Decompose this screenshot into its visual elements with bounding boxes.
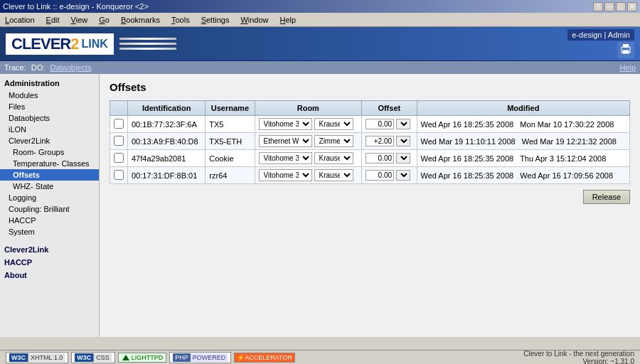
row2-checkbox-cell[interactable] <box>110 133 128 150</box>
badge-lighttpd: LIGHTTPD <box>118 353 167 363</box>
col-header-identification: Identification <box>128 101 206 116</box>
col-header-username: Username <box>206 101 255 116</box>
breadcrumb-text: Trace: DO: Dataobjects <box>4 63 92 72</box>
row2-modified: Wed Mar 19 11:10:11 2008 Wed Mar 19 12:2… <box>417 133 630 150</box>
menu-view[interactable]: View <box>69 15 90 25</box>
row3-username: Cookie <box>206 150 255 167</box>
footer-tagline: Clever to Link - the next generation <box>523 350 634 358</box>
lighttpd-icon <box>122 354 130 361</box>
row4-room1-select[interactable]: Vitohome 300 <box>259 169 312 181</box>
row4-modified: Wed Apr 16 18:25:35 2008 Wed Apr 16 17:0… <box>417 167 630 184</box>
badge-css: W3C CSS <box>71 352 115 363</box>
menu-settings[interactable]: Settings <box>199 15 232 25</box>
sidebar-item-modules[interactable]: Modules <box>0 90 99 101</box>
logo-clever2: CLEVER2 <box>11 35 79 53</box>
logo-box: CLEVER2 LINK <box>6 33 114 55</box>
menu-edit[interactable]: Edit <box>44 15 62 25</box>
row1-checkbox[interactable] <box>114 119 124 129</box>
badge-accelerator: ⚡ ACCELERATOR <box>234 353 295 363</box>
row3-checkbox[interactable] <box>114 153 124 163</box>
close-button[interactable]: ✕ <box>627 2 637 11</box>
sidebar-item-dataobjects[interactable]: Dataobjects <box>0 112 99 124</box>
row2-room1-select[interactable]: Ethernet WHZ <box>259 135 312 147</box>
sidebar-admin-header: Administration <box>0 77 99 90</box>
row3-checkbox-cell[interactable] <box>110 150 128 167</box>
row1-username: TX5 <box>206 116 255 133</box>
sidebar-item-ilon[interactable]: iLON <box>0 124 99 135</box>
menu-location[interactable]: Location <box>3 15 37 25</box>
footer-badges: W3C XHTML 1.0 W3C CSS LIGHTTPD PHP POWER… <box>6 352 295 363</box>
row2-offset-unit[interactable]: ▼ <box>396 136 410 146</box>
sidebar-item-haccp[interactable]: HACCP <box>0 215 99 226</box>
maximize-button[interactable]: □ <box>616 2 626 11</box>
row2-checkbox[interactable] <box>114 136 124 146</box>
print-icon-area[interactable] <box>617 42 634 58</box>
badge-xhtml: W3C XHTML 1.0 <box>6 352 68 363</box>
svg-rect-2 <box>623 50 629 53</box>
sidebar-item-system[interactable]: System <box>0 226 99 237</box>
logo-link: LINK <box>82 38 108 50</box>
row2-offset-input[interactable] <box>366 136 394 146</box>
menu-go[interactable]: Go <box>97 15 112 25</box>
sidebar-item-offsets[interactable]: Offsets <box>0 169 99 181</box>
minimize-button[interactable]: — <box>604 2 614 11</box>
row2-username: TX5-ETH <box>206 133 255 150</box>
row3-offset: ▼ <box>362 150 417 167</box>
row3-offset-input[interactable] <box>366 153 394 164</box>
table-row: 00:1B:77:32:3F:6A TX5 Vitohome 300 Kraus… <box>110 116 630 133</box>
col-header-offset: Offset <box>362 101 417 116</box>
row1-offset-input[interactable] <box>366 119 394 129</box>
breadcrumb: Trace: DO: Dataobjects Help <box>0 61 640 74</box>
user-info: e-design | Admin <box>567 29 634 41</box>
sidebar-haccp-top[interactable]: HACCP <box>0 256 99 269</box>
row3-identification: 47f4a29ab2081 <box>128 150 206 167</box>
sidebar: Administration Modules Files Dataobjects… <box>0 74 100 337</box>
sidebar-clever2link-top[interactable]: Clever2Link <box>0 243 99 256</box>
print-icon <box>620 43 631 55</box>
menu-help[interactable]: Help <box>278 15 299 25</box>
window-title: Clever to Link :: e-design - Konqueror <… <box>3 2 149 11</box>
content-area: Offsets Identification Username Room Off… <box>100 74 640 337</box>
sidebar-item-coupling[interactable]: Coupling: Brilliant <box>0 203 99 215</box>
menu-window[interactable]: Window <box>238 15 270 25</box>
sidebar-item-logging[interactable]: Logging <box>0 192 99 203</box>
help-link[interactable]: Help <box>619 63 636 72</box>
sidebar-item-temperature-classes[interactable]: Temperature- Classes <box>0 158 99 169</box>
col-header-checkbox <box>110 101 128 116</box>
row4-checkbox-cell[interactable] <box>110 167 128 184</box>
row4-offset-input[interactable] <box>366 170 394 181</box>
help-button[interactable]: ? <box>593 2 603 11</box>
row4-room2-select[interactable]: Krause <box>314 169 353 181</box>
row4-identification: 00:17:31:DF:8B:01 <box>128 167 206 184</box>
header-band: CLEVER2 LINK e-design | Admin <box>0 27 640 61</box>
row2-room2-select[interactable]: Zimmer <box>314 135 353 147</box>
row1-offset-unit[interactable]: ▼ <box>396 119 410 129</box>
row1-modified: Wed Apr 16 18:25:35 2008 Mon Mar 10 17:3… <box>417 116 630 133</box>
logo-area: CLEVER2 LINK <box>6 33 176 55</box>
row2-identification: 00:13:A9:FB:40:D8 <box>128 133 206 150</box>
row1-room2-select[interactable]: Krause <box>314 118 353 130</box>
row1-checkbox-cell[interactable] <box>110 116 128 133</box>
sidebar-item-whz-state[interactable]: WHZ- State <box>0 181 99 192</box>
sidebar-item-room-groups[interactable]: Room- Groups <box>0 146 99 158</box>
row3-offset-unit[interactable]: ▼ <box>396 153 410 164</box>
release-button[interactable]: Release <box>583 190 630 204</box>
row3-room: Vitohome 300 Krause <box>255 150 362 167</box>
titlebar: Clever to Link :: e-design - Konqueror <… <box>0 0 640 13</box>
breadcrumb-dataobjects[interactable]: Dataobjects <box>50 63 91 72</box>
sidebar-item-files[interactable]: Files <box>0 101 99 112</box>
table-row: 00:13:A9:FB:40:D8 TX5-ETH Ethernet WHZ Z… <box>110 133 630 150</box>
menu-tools[interactable]: Tools <box>169 15 192 25</box>
row4-username: rzr64 <box>206 167 255 184</box>
sidebar-item-clever2link[interactable]: Clever2Link <box>0 135 99 146</box>
row3-room2-select[interactable]: Krause <box>314 152 353 164</box>
sidebar-about-top[interactable]: About <box>0 269 99 282</box>
menu-bookmarks[interactable]: Bookmarks <box>119 15 162 25</box>
svg-marker-3 <box>122 355 129 360</box>
row4-checkbox[interactable] <box>114 170 124 180</box>
row3-room1-select[interactable]: Vitohome 300 <box>259 152 312 164</box>
row4-offset-unit[interactable]: ▼ <box>396 170 410 181</box>
main-layout: Administration Modules Files Dataobjects… <box>0 74 640 337</box>
row1-room1-select[interactable]: Vitohome 300 <box>259 118 312 130</box>
svg-rect-1 <box>623 44 629 48</box>
